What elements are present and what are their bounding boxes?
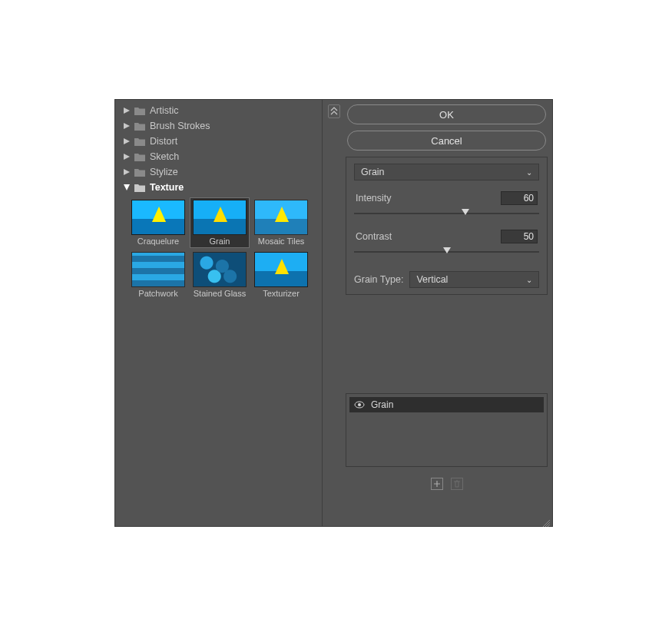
disclosure-triangle-icon bbox=[123, 108, 130, 114]
param-label: Contrast bbox=[356, 231, 392, 242]
thumb-mosaic-tiles[interactable]: Mosaic Tiles bbox=[252, 198, 310, 247]
category-label: Texture bbox=[150, 182, 184, 193]
disclosure-triangle-icon bbox=[123, 169, 130, 176]
thumb-texturizer[interactable]: Texturizer bbox=[252, 250, 310, 300]
delete-effect-layer-button bbox=[451, 478, 463, 490]
svg-point-7 bbox=[358, 403, 361, 406]
category-list: Artistic Brush Strokes Distort Sketch St… bbox=[115, 100, 323, 526]
param-contrast: Contrast bbox=[354, 230, 539, 257]
slider-track bbox=[354, 213, 539, 214]
filter-name-dropdown[interactable]: Grain ⌄ bbox=[354, 164, 539, 180]
slider-thumb-icon[interactable] bbox=[443, 247, 451, 253]
texture-thumbnails: Craquelure Grain Mosaic Tiles Patchwork … bbox=[115, 195, 322, 303]
effect-layer-label: Grain bbox=[371, 399, 393, 410]
folder-icon bbox=[134, 184, 145, 192]
param-intensity: Intensity bbox=[354, 191, 539, 219]
right-main: OK Cancel Grain ⌄ Intensity bbox=[346, 104, 548, 521]
thumbnail-preview bbox=[131, 200, 185, 235]
param-label: Grain Type: bbox=[354, 274, 403, 285]
thumbnail-label: Patchwork bbox=[138, 289, 177, 298]
thumbnail-preview bbox=[131, 252, 185, 287]
contrast-input[interactable] bbox=[501, 230, 538, 243]
plus-icon bbox=[433, 480, 441, 488]
intensity-slider[interactable] bbox=[354, 208, 539, 219]
svg-marker-5 bbox=[124, 184, 130, 190]
thumb-craquelure[interactable]: Craquelure bbox=[129, 198, 187, 247]
disclosure-triangle-icon bbox=[123, 138, 130, 145]
thumbnail-label: Grain bbox=[210, 237, 230, 246]
thumbnail-label: Craquelure bbox=[137, 237, 179, 246]
trash-icon bbox=[453, 480, 461, 488]
category-label: Artistic bbox=[150, 105, 179, 116]
category-sketch[interactable]: Sketch bbox=[115, 149, 322, 164]
thumbnail-preview bbox=[193, 200, 247, 235]
chevron-double-up-icon bbox=[330, 107, 338, 116]
thumb-grain[interactable]: Grain bbox=[190, 198, 249, 247]
thumbnail-label: Stained Glass bbox=[194, 289, 246, 298]
folder-icon bbox=[134, 137, 145, 146]
new-effect-layer-button[interactable] bbox=[431, 478, 443, 490]
category-texture[interactable]: Texture bbox=[115, 180, 322, 195]
visibility-eye-icon[interactable] bbox=[354, 401, 365, 409]
layer-actions bbox=[346, 473, 548, 490]
grain-type-dropdown[interactable]: Vertical ⌄ bbox=[409, 271, 539, 288]
thumb-patchwork[interactable]: Patchwork bbox=[129, 250, 187, 300]
collapse-preview-button[interactable] bbox=[328, 104, 340, 118]
thumbnail-preview bbox=[254, 200, 308, 235]
intensity-input[interactable] bbox=[501, 191, 538, 205]
category-label: Distort bbox=[150, 136, 177, 147]
contrast-slider[interactable] bbox=[354, 247, 539, 257]
svg-marker-0 bbox=[124, 108, 130, 114]
param-grain-type: Grain Type: Vertical ⌄ bbox=[354, 271, 539, 288]
disclosure-triangle-icon bbox=[123, 184, 130, 191]
ok-button[interactable]: OK bbox=[347, 104, 546, 124]
thumbnail-label: Mosaic Tiles bbox=[258, 237, 305, 246]
dropdown-selected: Grain bbox=[361, 167, 385, 177]
folder-icon bbox=[134, 168, 145, 177]
category-label: Stylize bbox=[150, 167, 178, 177]
cancel-button[interactable]: Cancel bbox=[347, 131, 546, 151]
category-brush-strokes[interactable]: Brush Strokes bbox=[115, 118, 322, 134]
param-label: Intensity bbox=[356, 193, 392, 204]
category-label: Brush Strokes bbox=[150, 121, 210, 131]
folder-icon bbox=[134, 107, 145, 115]
thumbnail-preview bbox=[254, 252, 308, 287]
dropdown-selected: Vertical bbox=[416, 274, 448, 285]
category-label: Sketch bbox=[150, 151, 179, 162]
svg-marker-1 bbox=[124, 123, 130, 129]
category-distort[interactable]: Distort bbox=[115, 134, 322, 149]
slider-thumb-icon[interactable] bbox=[462, 209, 469, 215]
right-pane: OK Cancel Grain ⌄ Intensity bbox=[323, 100, 552, 526]
filter-params: Grain ⌄ Intensity Contrast bbox=[346, 157, 548, 295]
chevron-down-icon: ⌄ bbox=[526, 276, 532, 284]
disclosure-triangle-icon bbox=[123, 123, 130, 130]
svg-marker-4 bbox=[124, 169, 130, 175]
folder-icon bbox=[134, 153, 145, 161]
svg-marker-3 bbox=[124, 154, 130, 160]
disclosure-triangle-icon bbox=[123, 154, 130, 161]
dialog-buttons: OK Cancel bbox=[346, 104, 548, 151]
thumbnail-preview bbox=[193, 252, 247, 287]
collapse-column bbox=[327, 104, 341, 521]
effect-layer-row[interactable]: Grain bbox=[349, 397, 544, 412]
thumbnail-label: Texturizer bbox=[263, 289, 300, 298]
chevron-down-icon: ⌄ bbox=[526, 168, 532, 177]
folder-icon bbox=[134, 122, 145, 131]
category-stylize[interactable]: Stylize bbox=[115, 164, 322, 180]
resize-grip-icon[interactable] bbox=[543, 517, 551, 525]
effect-layers-panel: Grain bbox=[346, 393, 548, 467]
thumb-stained-glass[interactable]: Stained Glass bbox=[190, 250, 249, 300]
category-artistic[interactable]: Artistic bbox=[115, 103, 322, 118]
svg-marker-2 bbox=[124, 138, 130, 144]
filter-gallery-dialog: Artistic Brush Strokes Distort Sketch St… bbox=[115, 100, 552, 526]
